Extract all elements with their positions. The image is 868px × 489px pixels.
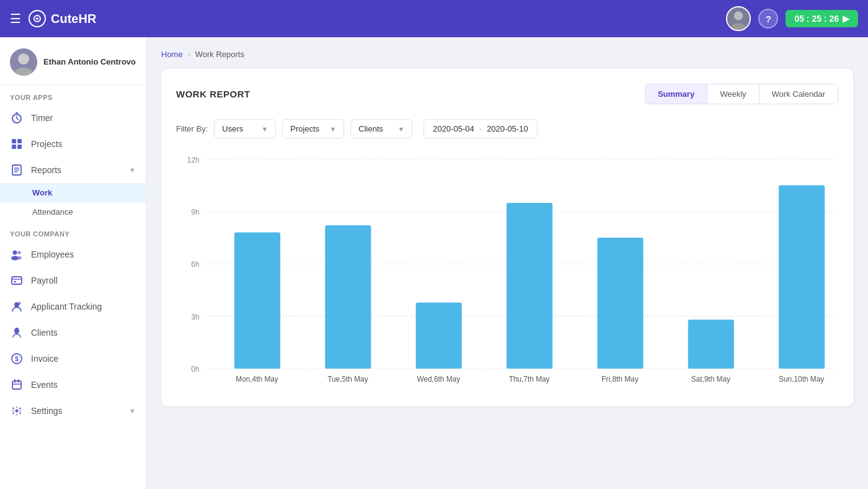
bar-tue [325, 225, 371, 369]
main-content: Home › Work Reports WORK REPORT Summary … [146, 37, 868, 489]
breadcrumb-home[interactable]: Home [161, 50, 183, 59]
reports-icon [10, 163, 24, 177]
svg-text:0h: 0h [191, 365, 199, 374]
date-to: 2020-05-10 [487, 124, 528, 133]
bar-sat [688, 320, 734, 369]
timer-badge[interactable]: 05 : 25 : 26 ▶ [786, 10, 858, 27]
help-button[interactable]: ? [758, 9, 778, 29]
employees-icon [10, 248, 24, 261]
svg-rect-13 [17, 145, 22, 149]
user-avatar-top[interactable] [726, 6, 751, 31]
svg-point-18 [13, 251, 17, 255]
breadcrumb: Home › Work Reports [161, 50, 853, 59]
bar-thu [507, 203, 552, 369]
top-navigation: ☰ CuteHR ? 05 : 25 : 26 ▶ [0, 0, 868, 37]
report-tabs: Summary Weekly Work Calendar [645, 84, 838, 104]
svg-text:6h: 6h [191, 260, 199, 269]
nav-right: ? 05 : 25 : 26 ▶ [726, 6, 858, 31]
events-icon [10, 378, 24, 392]
svg-rect-9 [16, 112, 18, 114]
breadcrumb-current: Work Reports [195, 50, 244, 59]
sidebar-item-applicant[interactable]: Applicant Tracking [0, 294, 146, 320]
timer-icon: ▶ [843, 14, 849, 24]
sidebar-item-reports[interactable]: Reports ▼ [0, 157, 146, 183]
svg-text:Mon,4th May: Mon,4th May [236, 375, 278, 384]
hamburger-icon[interactable]: ☰ [10, 11, 21, 26]
sidebar-item-invoice-label: Invoice [31, 354, 58, 364]
sidebar-sub-work[interactable]: Work [0, 183, 146, 202]
nav-left: ☰ CuteHR [10, 10, 96, 27]
svg-point-3 [734, 11, 743, 20]
projects-filter-label: Projects [290, 124, 319, 133]
sidebar-item-events-label: Events [31, 380, 58, 390]
sidebar-item-settings[interactable]: Settings ▼ [0, 398, 146, 424]
tab-work-calendar[interactable]: Work Calendar [760, 84, 838, 104]
clients-filter-label: Clients [358, 124, 383, 133]
logo: CuteHR [29, 10, 96, 27]
timer-icon [10, 111, 24, 125]
sidebar-item-reports-label: Reports [31, 165, 61, 175]
invoice-icon: $ [10, 352, 24, 366]
bar-wed [416, 302, 462, 369]
applicant-icon [10, 300, 24, 313]
svg-rect-24 [14, 281, 16, 282]
svg-point-32 [16, 410, 19, 413]
sidebar-item-timer-label: Timer [31, 113, 53, 123]
svg-text:$: $ [15, 356, 19, 362]
date-range-filter[interactable]: 2020-05-04 - 2020-05-10 [423, 119, 537, 138]
sidebar-avatar [10, 48, 37, 76]
svg-point-6 [18, 53, 29, 65]
sidebar-item-clients-label: Clients [31, 328, 58, 338]
tab-summary[interactable]: Summary [645, 84, 707, 104]
logo-icon [29, 10, 46, 27]
users-filter[interactable]: Users ▼ [214, 119, 276, 138]
clients-icon [10, 326, 24, 339]
svg-text:9h: 9h [191, 208, 199, 217]
your-company-label: Your Company [0, 222, 146, 241]
sidebar-item-applicant-label: Applicant Tracking [31, 302, 102, 312]
filters-row: Filter By: Users ▼ Projects ▼ Clients ▼ … [176, 119, 838, 138]
tab-weekly[interactable]: Weekly [707, 84, 759, 104]
svg-rect-10 [12, 139, 16, 143]
card-title: WORK REPORT [176, 89, 250, 99]
work-report-card: WORK REPORT Summary Weekly Work Calendar… [161, 69, 853, 406]
sidebar-item-projects[interactable]: Projects [0, 131, 146, 157]
sidebar-sub-attendance[interactable]: Attendance [0, 202, 146, 222]
sidebar-username: Ethan Antonio Centrovo [43, 56, 136, 68]
svg-text:12h: 12h [187, 156, 200, 164]
sidebar-item-clients[interactable]: Clients [0, 320, 146, 346]
settings-icon [10, 404, 24, 418]
your-apps-label: Your Apps [0, 85, 146, 105]
svg-text:Tue,5th May: Tue,5th May [327, 375, 368, 384]
svg-text:Sat,9th May: Sat,9th May [691, 375, 731, 384]
date-from: 2020-05-04 [433, 124, 474, 133]
sidebar-item-timer[interactable]: Timer [0, 105, 146, 131]
sidebar-item-employees[interactable]: Employees [0, 241, 146, 267]
settings-chevron: ▼ [129, 407, 136, 415]
projects-icon [10, 137, 24, 151]
svg-text:Sun,10th May: Sun,10th May [779, 375, 825, 384]
sidebar-item-events[interactable]: Events [0, 372, 146, 398]
svg-rect-28 [12, 381, 21, 389]
projects-filter[interactable]: Projects ▼ [282, 119, 344, 138]
sidebar-item-invoice[interactable]: $ Invoice [0, 346, 146, 372]
clients-filter[interactable]: Clients ▼ [350, 119, 412, 138]
users-filter-label: Users [222, 124, 243, 133]
sidebar-user: Ethan Antonio Centrovo [0, 37, 146, 85]
sidebar-item-payroll-label: Payroll [31, 276, 58, 285]
svg-text:3h: 3h [191, 313, 199, 321]
svg-point-19 [18, 251, 21, 254]
sidebar-item-projects-label: Projects [31, 139, 63, 149]
reports-chevron: ▼ [129, 166, 136, 174]
bar-fri [597, 238, 643, 369]
svg-rect-11 [17, 139, 22, 143]
app-name: CuteHR [51, 12, 96, 26]
projects-filter-chevron: ▼ [329, 125, 336, 133]
svg-point-1 [36, 17, 38, 20]
sidebar-item-settings-label: Settings [31, 406, 63, 416]
card-header: WORK REPORT Summary Weekly Work Calendar [176, 84, 838, 104]
chart-svg: 12h 9h 6h 3h 0h Mon,4th May [176, 156, 838, 392]
bar-sun [779, 186, 825, 369]
svg-text:Wed,6th May: Wed,6th May [417, 375, 460, 384]
sidebar-item-payroll[interactable]: Payroll [0, 267, 146, 294]
